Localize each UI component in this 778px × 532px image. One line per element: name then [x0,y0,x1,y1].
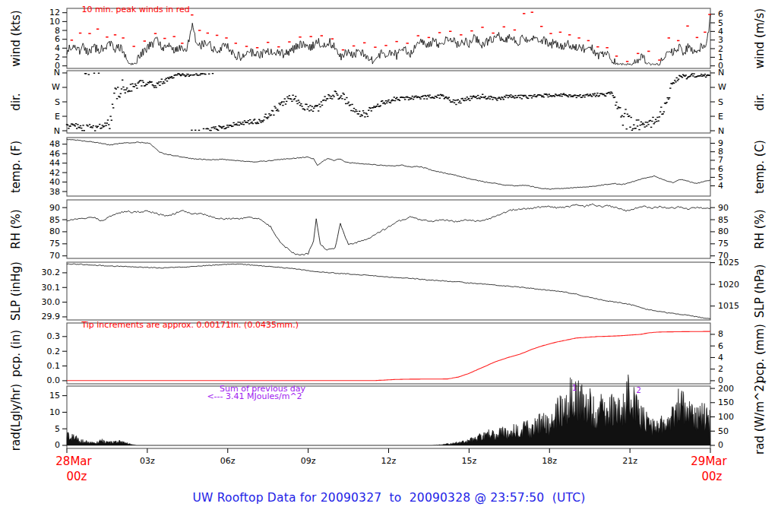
svg-text:N: N [54,68,60,78]
axis-label-left-pcp: pcp. (in) [9,330,23,377]
x-start-date-line2: 00z [67,470,87,483]
x-end-date-line2: 00z [702,470,723,483]
svg-text:9: 9 [718,138,723,148]
axis-label-left-rad: rad(Lgly/hr) [9,384,23,451]
svg-text:38: 38 [49,187,60,197]
slp-trace [67,264,710,318]
panel-temp: 384042444648456789temp. (F)temp. (C) [9,138,767,197]
x-start-date-line1: 28Mar [55,454,92,468]
svg-text:12: 12 [49,8,60,17]
svg-text:0.2: 0.2 [47,347,61,356]
svg-text:10: 10 [49,407,60,417]
svg-text:46: 46 [49,149,60,159]
svg-text:6: 6 [718,341,723,351]
axis-label-right-rh: RH (%) [753,209,767,249]
svg-text:30.0: 30.0 [42,297,61,307]
axis-label-left-rh: RH (%) [9,209,23,249]
x-tick-label: 15z [461,456,476,466]
svg-text:4: 4 [55,43,60,53]
svg-text:2: 2 [718,364,723,374]
svg-text:S: S [718,97,723,107]
svg-text:8: 8 [718,147,723,157]
svg-text:4: 4 [718,27,723,36]
temp-trace [67,139,710,189]
svg-text:40: 40 [49,177,60,187]
svg-text:4: 4 [718,353,723,363]
panel-rad: 051015050100150200rad(Lgly/hr)rad (W/m^2… [9,375,767,454]
axis-label-right-temp: temp. (C) [753,140,767,194]
wind-trace [67,14,710,65]
axis-label-left-wind: wind (kts) [9,10,23,66]
svg-text:8: 8 [55,26,60,36]
svg-text:0: 0 [718,440,723,450]
axis-label-right-pcp: pcp. (mm) [753,324,767,383]
svg-text:E: E [55,112,60,122]
svg-text:70: 70 [49,251,60,261]
axis-label-left-temp: temp. (F) [9,141,23,193]
svg-text:W: W [718,82,726,92]
svg-text:10: 10 [49,17,60,27]
svg-text:0.0: 0.0 [47,375,61,385]
axis-label-right-rad: rad (W/m^2) [753,380,767,454]
x-end-date-line1: 29Mar [691,454,727,468]
x-tick-label: 09z [301,456,316,466]
svg-text:7: 7 [718,155,723,165]
svg-text:30.1: 30.1 [42,283,61,293]
svg-text:29.9: 29.9 [42,312,61,321]
axis-label-right-wind: wind (m/s) [753,8,767,68]
pcp-trace [67,331,710,381]
svg-text:1020: 1020 [718,280,739,290]
svg-text:6: 6 [718,164,723,174]
svg-text:150: 150 [718,397,734,407]
rh-trace [67,204,710,255]
rad-annotation-1: <--- 3.41 MJoules/m^2 [207,391,302,401]
meteogram-chart: 0246810120123456wind (kts)wind (m/s)10 m… [0,0,778,532]
x-tick-label: 06z [220,456,236,466]
pcp-annotation-0: Tip increments are approx. 0.00171in. (0… [81,320,299,330]
svg-text:4: 4 [718,181,723,191]
svg-text:90: 90 [718,203,729,213]
x-tick-label: 03z [140,456,155,466]
svg-text:75: 75 [49,239,60,249]
svg-text:0: 0 [55,440,60,450]
svg-text:8: 8 [718,329,723,339]
axis-label-right-slp: SLP (hPa) [753,264,767,318]
panel-dir: NESWNNESWNdir.dir. [9,68,767,135]
svg-text:90: 90 [49,203,60,213]
svg-text:100: 100 [718,412,734,422]
svg-text:50: 50 [718,426,729,436]
svg-text:N: N [718,68,724,78]
svg-text:E: E [718,112,723,122]
svg-text:80: 80 [718,226,729,236]
svg-text:N: N [54,126,60,136]
svg-text:1015: 1015 [718,301,739,311]
meteogram-svg: 0246810120123456wind (kts)wind (m/s)10 m… [0,0,778,532]
panel-pcp: 0.00.10.20.302468pcp. (in)pcp. (mm)Tip i… [9,320,767,386]
svg-text:2: 2 [55,52,60,62]
rad-annotation-3: 2 [637,386,641,394]
svg-text:75: 75 [718,239,729,249]
svg-text:15: 15 [49,391,60,401]
axis-label-left-dir: dir. [9,93,23,110]
axis-label-right-dir: dir. [753,93,767,110]
svg-text:6: 6 [718,9,723,19]
panel-slp: 29.930.030.130.2101510201025SLP (inHg)SL… [9,258,767,321]
svg-text:W: W [52,82,60,92]
x-axis: 03z06z09z12z15z18z21z28Mar00z29Mar00z [55,448,727,483]
svg-text:80: 80 [49,226,60,236]
x-tick-label: 18z [542,456,557,466]
svg-text:30.2: 30.2 [42,268,61,277]
rad-area [67,375,710,445]
svg-text:0.3: 0.3 [47,331,61,341]
svg-text:0.1: 0.1 [47,361,61,371]
chart-title: UW Rooftop Data for 20090327 to 20090328… [0,491,778,505]
svg-text:S: S [55,97,60,107]
svg-text:5: 5 [55,424,60,434]
rad-annotation-2: 1 [572,384,577,392]
svg-text:2: 2 [718,44,723,54]
svg-text:85: 85 [49,215,60,225]
svg-text:44: 44 [49,158,60,168]
svg-text:48: 48 [49,139,60,149]
panel-rh: 70758085907075808590RH (%)RH (%) [9,200,767,261]
svg-text:5: 5 [718,18,723,28]
